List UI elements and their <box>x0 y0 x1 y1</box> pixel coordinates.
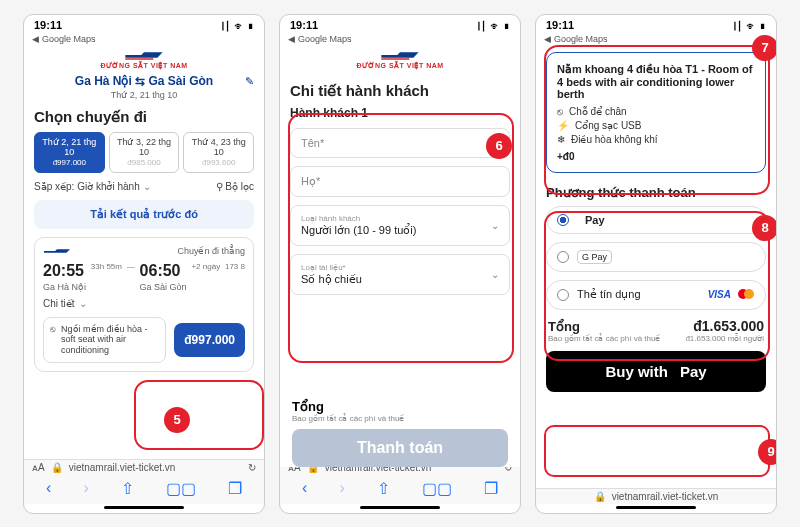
breadcrumb[interactable]: ◀Google Maps <box>536 34 776 46</box>
pay-option-card[interactable]: Thẻ tín dụng VISA <box>546 280 766 310</box>
total-amount: đ1.653.000 <box>685 318 764 334</box>
callout-8: 8 <box>752 215 777 241</box>
share-icon[interactable]: ⇧ <box>121 479 134 498</box>
callout-7: 7 <box>752 35 777 61</box>
bookmarks-icon[interactable]: ▢▢ <box>166 479 196 498</box>
direct-label: Chuyến đi thẳng <box>177 246 245 256</box>
callout-5: 5 <box>164 407 190 433</box>
buy-with-apple-pay-button[interactable]: Buy with Pay <box>546 351 766 392</box>
status-time: 19:11 <box>34 19 62 34</box>
price-button[interactable]: đ997.000 <box>174 323 245 357</box>
tabs-icon[interactable]: ❐ <box>228 479 242 498</box>
date-tab-2[interactable]: Thứ 3, 22 thg 10đ985.000 <box>109 132 180 173</box>
screen-search-results: 19:11 〢 ᯤ ▮ ◀Google Maps ĐƯỜNG SẮT VIỆT … <box>23 14 265 514</box>
pay-option-apple[interactable]: Pay <box>546 206 766 234</box>
first-name-input[interactable]: Tên* <box>290 128 510 158</box>
page-title: Chi tiết hành khách <box>290 82 510 100</box>
train-icon <box>43 246 71 256</box>
tabs-icon[interactable]: ❐ <box>484 479 498 498</box>
screen-payment: 19:11〢 ᯤ ▮ ◀Google Maps Nằm khoang 4 điề… <box>535 14 777 514</box>
dep-time: 20:55 <box>43 262 86 280</box>
filter-button[interactable]: ⚲ Bộ lọc <box>216 181 254 192</box>
route-summary: Ga Hà Nội ⇆ Ga Sài Gòn Thứ 2, 21 thg 10 <box>34 74 254 100</box>
document-type-select[interactable]: Loại tài liệu*Số hộ chiếu ⌄ <box>290 254 510 295</box>
usb-icon: ⚡ <box>557 120 569 131</box>
pay-option-google[interactable]: G Pay <box>546 242 766 272</box>
screen-passenger-details: 19:11 〢 ᯤ ▮ ◀Google Maps ĐƯỜNG SẮT VIỆT … <box>279 14 521 514</box>
visa-icon: VISA <box>708 289 731 300</box>
back-icon[interactable]: ‹ <box>302 479 307 498</box>
passenger-label: Hành khách 1 <box>290 106 510 120</box>
callout-6: 6 <box>486 133 512 159</box>
vnr-logo: ĐƯỜNG SẮT VIỆT NAM <box>24 46 264 74</box>
forward-icon[interactable]: › <box>83 479 88 498</box>
reload-icon[interactable]: ↻ <box>248 462 256 473</box>
payment-heading: Phương thức thanh toán <box>546 185 766 200</box>
arr-time: 06:50 <box>140 262 187 280</box>
google-pay-icon: G Pay <box>577 250 612 264</box>
svg-point-1 <box>744 289 754 299</box>
home-indicator <box>104 506 184 509</box>
berth-option-card[interactable]: Nằm khoang 4 điều hòa T1 - Room of 4 bed… <box>546 52 766 173</box>
mastercard-icon <box>737 288 755 302</box>
date-tabs: Thứ 2, 21 thg 10đ997.000 Thứ 3, 22 thg 1… <box>34 132 254 173</box>
edit-icon[interactable]: ✎ <box>245 75 254 88</box>
forward-icon[interactable]: › <box>339 479 344 498</box>
bookmarks-icon[interactable]: ▢▢ <box>422 479 452 498</box>
legroom-icon: ⎋ <box>557 106 563 117</box>
back-icon[interactable]: ‹ <box>46 479 51 498</box>
page-title: Chọn chuyến đi <box>34 108 254 126</box>
vnr-logo: ĐƯỜNG SẮT VIỆT NAM <box>280 46 520 74</box>
lock-icon: 🔒 <box>51 462 63 473</box>
status-bar: 19:11 〢 ᯤ ▮ <box>280 15 520 34</box>
pay-button[interactable]: Thanh toán <box>292 429 508 467</box>
breadcrumb[interactable]: ◀Google Maps <box>280 34 520 46</box>
price-delta: +đ0 <box>557 151 755 162</box>
train-result-card[interactable]: Chuyến đi thẳng 20:55Ga Hà Nội 33h 55m —… <box>34 237 254 372</box>
detail-toggle[interactable]: Chi tiết ⌄ <box>43 298 245 309</box>
passenger-type-select[interactable]: Loại hành kháchNgười lớn (10 - 99 tuổi) … <box>290 205 510 246</box>
seat-icon: ⎋ <box>50 324 55 335</box>
sort-select[interactable]: Giờ khởi hành ⌄ <box>77 181 150 192</box>
reload-results-button[interactable]: Tải kết quả trước đó <box>34 200 254 229</box>
callout-9: 9 <box>758 439 777 465</box>
radio-icon <box>557 214 569 226</box>
chevron-down-icon: ⌄ <box>491 269 499 280</box>
total-label: Tổng <box>548 319 661 334</box>
date-tab-1[interactable]: Thứ 2, 21 thg 10đ997.000 <box>34 132 105 173</box>
train-icon <box>124 48 164 62</box>
chevron-down-icon: ⌄ <box>491 220 499 231</box>
share-icon[interactable]: ⇧ <box>377 479 390 498</box>
status-bar: 19:11〢 ᯤ ▮ <box>536 15 776 34</box>
last-name-input[interactable]: Họ* <box>290 166 510 197</box>
status-bar: 19:11 〢 ᯤ ▮ <box>24 15 264 34</box>
total-label: Tổng <box>292 399 508 414</box>
breadcrumb[interactable]: ◀Google Maps <box>24 34 264 46</box>
browser-toolbar: ‹ › ⇧ ▢▢ ❐ <box>24 475 264 504</box>
date-tab-3[interactable]: Thứ 4, 23 thg 10đ993.600 <box>183 132 254 173</box>
seat-class[interactable]: ⎋Ngồi mềm điều hòa - soft seat with air … <box>43 317 166 363</box>
address-bar[interactable]: ᴀA🔒vietnamrail.viet-ticket.vn↻ <box>24 459 264 475</box>
ac-icon: ❄ <box>557 134 565 145</box>
status-icons: 〢 ᯤ ▮ <box>220 19 254 34</box>
address-bar[interactable]: 🔒vietnamrail.viet-ticket.vn <box>536 488 776 504</box>
